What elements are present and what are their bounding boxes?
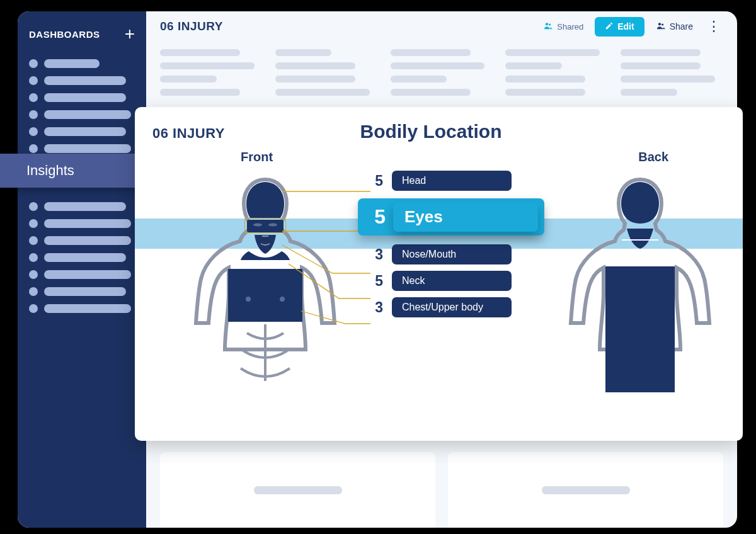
panel [160,452,435,528]
svg-point-2 [658,23,661,25]
count: 5 [367,273,383,290]
callout-chest[interactable]: 3 Chest/Upper body [367,297,544,317]
svg-point-8 [246,297,251,302]
count: 3 [367,299,383,316]
bodily-location-card: 06 INJURY Bodily Location Front Back [135,107,743,441]
share-label: Share [670,21,693,31]
sidebar-item[interactable] [29,59,135,68]
callout-head[interactable]: 5 Head [367,171,544,191]
sidebar-item[interactable] [29,219,135,228]
sidebar-list-bottom [29,202,135,313]
svg-point-1 [549,23,551,25]
body-diagram: 5 Head 5 Eyes 3 Nose/Mouth 5 Neck 3 Ches… [152,169,725,434]
svg-point-9 [280,297,285,302]
page-title: 06 INJURY [160,20,223,33]
card-title: Bodily Location [137,121,725,142]
svg-point-0 [546,23,548,25]
sidebar-item[interactable] [29,144,135,153]
svg-rect-5 [228,269,302,322]
sidebar-item[interactable] [29,287,135,296]
callout-nose-mouth[interactable]: 3 Nose/Mouth [367,244,544,264]
sidebar-item[interactable] [29,253,135,262]
people-icon [543,21,553,33]
bottom-panels [160,452,723,528]
sidebar-item[interactable] [29,304,135,313]
count: 5 [367,205,386,229]
sidebar-item[interactable] [29,202,135,211]
back-label: Back [638,150,668,164]
sidebar-item[interactable] [29,76,135,85]
edit-button[interactable]: Edit [595,17,644,37]
edit-label: Edit [617,21,634,31]
insights-tab[interactable]: Insights [0,154,146,188]
add-dashboard-button[interactable]: + [125,25,135,43]
callout-neck[interactable]: 5 Neck [367,271,544,291]
svg-point-3 [662,23,663,25]
more-menu-button[interactable]: ⋮ [704,18,723,35]
label: Head [392,171,512,191]
label: Nose/Mouth [392,244,512,264]
sidebar-item[interactable] [29,236,135,245]
count: 3 [367,246,383,263]
pencil-icon [605,21,614,32]
share-button[interactable]: Share [656,21,693,33]
callout-eyes[interactable]: 5 Eyes [358,198,544,236]
shared-label: Shared [557,22,583,31]
label: Chest/Upper body [392,297,512,317]
topbar: 06 INJURY Shared Edit Share ⋮ [146,11,737,42]
sidebar-item[interactable] [29,127,135,136]
insights-label: Insights [26,162,74,179]
sidebar-item[interactable] [29,110,135,119]
back-body-icon[interactable] [561,174,719,426]
shared-indicator: Shared [543,21,583,33]
sidebar-list-top [29,59,135,153]
label: Eyes [393,202,538,232]
front-body-icon[interactable] [186,174,344,426]
panel [448,452,723,528]
people-icon [656,21,666,33]
front-label: Front [241,150,273,164]
sidebar: DASHBOARDS + [18,11,146,528]
sidebar-title: DASHBOARDS [29,29,100,40]
skeleton-grid [160,42,723,116]
eyes-region-outline [244,218,286,233]
sidebar-item[interactable] [29,93,135,102]
callouts: 5 Head 5 Eyes 3 Nose/Mouth 5 Neck 3 Ches… [367,169,544,324]
count: 5 [367,173,383,190]
label: Neck [392,271,512,291]
sidebar-item[interactable] [29,270,135,279]
